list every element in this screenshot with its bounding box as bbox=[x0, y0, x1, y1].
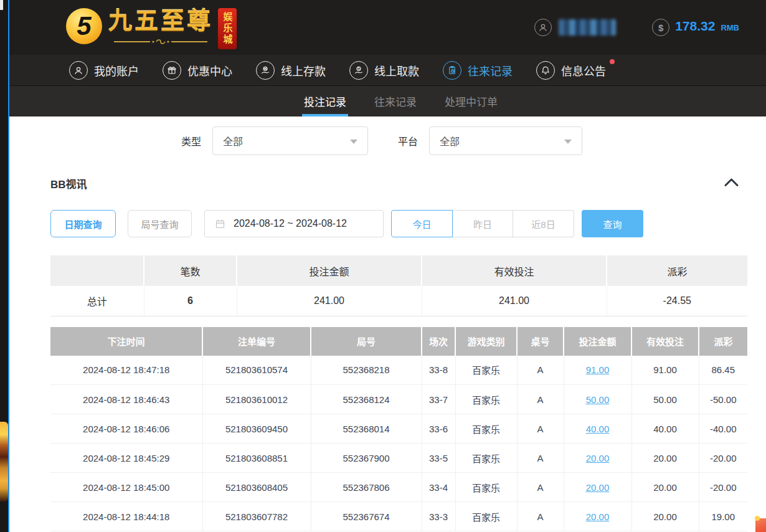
today-button[interactable]: 今日 bbox=[391, 210, 453, 237]
cell-payout: -20.00 bbox=[699, 444, 747, 473]
col-round-no: 局号 bbox=[311, 327, 422, 356]
summary-header-valid-bet: 有效投注 bbox=[422, 255, 607, 286]
nav-item-label: 优惠中心 bbox=[187, 62, 232, 78]
gift-icon bbox=[163, 61, 181, 80]
nav-item-announcements[interactable]: 信息公告 bbox=[536, 61, 606, 80]
date-query-button[interactable]: 日期查询 bbox=[50, 210, 116, 237]
table-row: 2024-08-12 18:46:43 521803610012 5523681… bbox=[50, 385, 747, 414]
cell-order-no: 521803609450 bbox=[202, 414, 311, 444]
records-tabstrip: 投注记录 往来记录 处理中订单 bbox=[9, 85, 766, 116]
cell-game: 百家乐 bbox=[455, 502, 517, 531]
bet-amount-link[interactable]: 91.00 bbox=[586, 364, 610, 375]
active-tab-underline bbox=[302, 114, 348, 116]
cell-order-no: 521803608405 bbox=[202, 473, 311, 502]
cell-table-no: A bbox=[517, 502, 564, 531]
logo-flourish-icon bbox=[114, 37, 207, 48]
notification-dot bbox=[610, 59, 615, 64]
cell-game: 百家乐 bbox=[455, 473, 517, 502]
bet-amount-link[interactable]: 20.00 bbox=[586, 482, 610, 493]
tab-bet-records[interactable]: 投注记录 bbox=[304, 86, 346, 116]
balance-currency: RMB bbox=[721, 23, 739, 32]
col-game-type: 游戏类别 bbox=[455, 327, 517, 356]
platform-select-value: 全部 bbox=[440, 133, 460, 148]
col-session: 场次 bbox=[422, 327, 455, 356]
summary-header-payout: 派彩 bbox=[607, 255, 747, 286]
section-title: BB视讯 bbox=[50, 176, 87, 191]
bet-amount-link[interactable]: 20.00 bbox=[586, 511, 610, 522]
nav-item-promotions[interactable]: 优惠中心 bbox=[163, 61, 232, 80]
search-button[interactable]: 查询 bbox=[582, 210, 643, 237]
cell-time: 2024-08-12 18:47:18 bbox=[50, 356, 202, 385]
promo-float-widget[interactable] bbox=[755, 518, 766, 532]
cell-game: 百家乐 bbox=[455, 385, 517, 414]
col-bet-amount: 投注金额 bbox=[564, 327, 631, 356]
account-menu[interactable] bbox=[534, 19, 616, 36]
nav-item-label: 线上取款 bbox=[374, 62, 419, 78]
tab-processing-orders[interactable]: 处理中订单 bbox=[445, 86, 498, 116]
nav-item-label: 线上存款 bbox=[281, 62, 326, 78]
main-navbar: 我的账户 优惠中心 线上存款 $ 线上取款 往来记录 bbox=[9, 55, 766, 85]
nav-item-records[interactable]: 往来记录 bbox=[443, 61, 513, 80]
summary-valid-bet: 241.00 bbox=[422, 286, 607, 316]
cell-table-no: A bbox=[517, 385, 564, 414]
cell-session: 33-5 bbox=[422, 444, 455, 473]
caret-down-icon bbox=[564, 140, 572, 144]
type-select[interactable]: 全部 bbox=[212, 126, 368, 155]
content-area: 类型 全部 平台 全部 BB视讯 日期查询 局号查询 2024-08-12 bbox=[9, 126, 766, 531]
col-valid-bet: 有效投注 bbox=[631, 327, 699, 356]
cell-round-no: 552367900 bbox=[311, 444, 422, 473]
calendar-icon bbox=[215, 219, 225, 229]
cell-valid-bet: 50.00 bbox=[631, 385, 699, 414]
cell-valid-bet: 40.00 bbox=[631, 414, 699, 444]
coin-icon: $ bbox=[652, 19, 669, 36]
cell-table-no: A bbox=[517, 356, 564, 385]
tab-transaction-records[interactable]: 往来记录 bbox=[374, 86, 417, 116]
cell-order-no: 521803608851 bbox=[202, 444, 311, 473]
cell-round-no: 552368218 bbox=[311, 356, 422, 385]
bet-records-table: 下注时间 注单编号 局号 场次 游戏类别 桌号 投注金额 有效投注 派彩 202… bbox=[50, 327, 747, 532]
cell-payout: -50.00 bbox=[699, 385, 747, 414]
cell-payout: 19.00 bbox=[699, 502, 747, 531]
bet-amount-link[interactable]: 40.00 bbox=[586, 424, 610, 434]
cell-time: 2024-08-12 18:46:06 bbox=[50, 414, 202, 444]
type-filter-label: 类型 bbox=[181, 133, 201, 148]
nav-item-my-account[interactable]: 我的账户 bbox=[69, 61, 139, 80]
summary-table: 笔数 投注金额 有效投注 派彩 总计 6 241.00 241.00 -24.5… bbox=[50, 255, 747, 316]
deposit-icon bbox=[256, 61, 275, 80]
bet-amount-link[interactable]: 20.00 bbox=[586, 453, 610, 463]
cell-order-no: 521803610574 bbox=[202, 356, 311, 385]
collapse-chevron-icon[interactable] bbox=[724, 178, 739, 189]
nav-item-deposit[interactable]: 线上存款 bbox=[256, 61, 326, 80]
nav-item-label: 往来记录 bbox=[468, 62, 513, 78]
summary-bet-amount: 241.00 bbox=[237, 286, 422, 316]
table-row: 2024-08-12 18:46:06 521803609450 5523680… bbox=[50, 414, 747, 444]
summary-payout: -24.55 bbox=[607, 286, 747, 316]
site-logo[interactable]: 5 九五至尊 娱乐城 bbox=[66, 6, 237, 49]
summary-count: 6 bbox=[144, 286, 237, 316]
cell-round-no: 552368014 bbox=[311, 414, 422, 444]
nav-item-label: 我的账户 bbox=[94, 62, 139, 78]
yesterday-button[interactable]: 昨日 bbox=[453, 210, 513, 237]
nav-item-withdraw[interactable]: $ 线上取款 bbox=[349, 61, 419, 80]
cell-session: 33-8 bbox=[422, 356, 455, 385]
cell-game: 百家乐 bbox=[455, 444, 517, 473]
bet-amount-link[interactable]: 50.00 bbox=[586, 394, 610, 405]
col-table-no: 桌号 bbox=[517, 327, 564, 356]
summary-total-row: 总计 6 241.00 241.00 -24.55 bbox=[50, 286, 747, 316]
date-range-input[interactable]: 2024-08-12 ~ 2024-08-12 bbox=[204, 210, 384, 237]
logo-monogram-icon: 5 bbox=[66, 8, 102, 44]
summary-header-bet-amount: 投注金额 bbox=[237, 255, 422, 286]
cell-time: 2024-08-12 18:44:18 bbox=[50, 502, 202, 531]
platform-select[interactable]: 全部 bbox=[429, 126, 582, 155]
summary-total-label: 总计 bbox=[50, 286, 144, 316]
cell-session: 33-4 bbox=[422, 473, 455, 502]
cell-payout: -40.00 bbox=[699, 414, 747, 444]
cell-payout: -20.00 bbox=[699, 473, 747, 502]
page: 5 九五至尊 娱乐城 bbox=[9, 0, 766, 532]
query-toolbar: 日期查询 局号查询 2024-08-12 ~ 2024-08-12 今日 昨日 … bbox=[9, 210, 766, 237]
last-8-days-button[interactable]: 近8日 bbox=[513, 210, 574, 237]
col-bet-time: 下注时间 bbox=[50, 327, 202, 356]
cell-valid-bet: 91.00 bbox=[631, 356, 699, 385]
cell-game: 百家乐 bbox=[455, 414, 517, 444]
round-query-button[interactable]: 局号查询 bbox=[128, 210, 192, 237]
